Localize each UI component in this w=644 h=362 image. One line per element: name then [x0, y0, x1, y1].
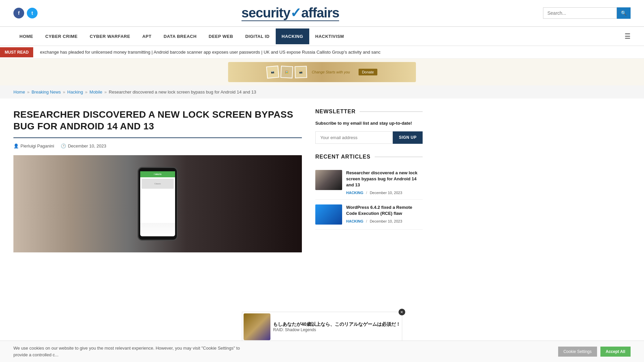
nav-more-icon[interactable]: ☰ [625, 27, 631, 46]
article-image: 7 MINUTE Classic [13, 155, 302, 252]
nav-digital-id[interactable]: DIGITAL ID [239, 28, 275, 44]
newsletter-description: Subscribe to my email list and stay up-t… [315, 120, 423, 127]
search-button[interactable]: 🔍 [617, 7, 631, 19]
logo-text: security✓affairs [241, 5, 339, 21]
nav-deep-web[interactable]: DEEP WEB [203, 28, 239, 44]
recent-thumb-2 [315, 204, 342, 225]
logo-checkmark: ✓ [290, 5, 301, 20]
recent-title-2[interactable]: WordPress 6.4.2 fixed a Remote Code Exec… [346, 204, 423, 217]
recent-content-2: WordPress 6.4.2 fixed a Remote Code Exec… [346, 204, 423, 225]
recent-articles-title-text: RECENT ARTICLES [315, 154, 371, 160]
breadcrumb: Home » Breaking News » Hacking » Mobile … [0, 85, 644, 99]
nav-hacktivism[interactable]: HACKTIVISM [309, 28, 350, 44]
nav-data-breach[interactable]: DATA BREACH [158, 28, 203, 44]
recent-tag-2[interactable]: HACKING [346, 219, 363, 223]
email-input[interactable] [315, 131, 393, 144]
signup-button[interactable]: SIGN UP [393, 131, 423, 144]
title-line [360, 111, 423, 112]
article-divider [13, 137, 302, 138]
recent-date-1: December 10, 2023 [370, 191, 402, 195]
nav-home[interactable]: HOME [13, 28, 39, 44]
article-meta: 👤 Pierluigi Paganini 🕑 December 10, 2023 [13, 143, 302, 148]
recent-article-item-2: WordPress 6.4.2 fixed a Remote Code Exec… [315, 200, 423, 230]
thumb-image-1 [315, 170, 342, 190]
twitter-link[interactable]: t [27, 8, 38, 18]
publish-date: December 10, 2023 [68, 143, 106, 148]
search-area: 🔍 [543, 7, 631, 19]
recent-sep-2: / [366, 219, 367, 223]
social-links: f t [13, 8, 38, 18]
main-nav: HOME CYBER CRIME CYBER WARFARE APT DATA … [0, 26, 644, 46]
recent-tag-1[interactable]: HACKING [346, 191, 363, 195]
newsletter-section: NEWSLETTER Subscribe to my email list an… [315, 109, 423, 144]
recent-date-2: December 10, 2023 [370, 219, 402, 223]
meta-date: 🕑 December 10, 2023 [61, 143, 106, 148]
thumb-image-2 [315, 204, 342, 225]
recent-article-item: Researcher discovered a new lock screen … [315, 165, 423, 200]
nav-cyber-warfare[interactable]: CYBER WARFARE [84, 28, 137, 44]
nav-cyber-crime[interactable]: CYBER CRIME [39, 28, 84, 44]
search-input[interactable] [543, 7, 617, 19]
recent-meta-2: HACKING / December 10, 2023 [346, 219, 423, 223]
breadcrumb-sep-4: » [104, 89, 107, 95]
site-header: f t security✓affairs 🔍 [0, 0, 644, 26]
site-logo[interactable]: security✓affairs [241, 5, 339, 21]
must-read-badge: MUST READ [0, 47, 33, 57]
ad-image: 📷 🖼️ 📸 Change Starts with you Donate [228, 62, 416, 82]
recent-thumb-1 [315, 170, 342, 190]
author-name: Pierluigi Paganini [20, 143, 54, 148]
breadcrumb-sep-2: » [63, 89, 65, 95]
breadcrumb-sep-1: » [27, 89, 30, 95]
hero-image: 7 MINUTE Classic [13, 155, 302, 252]
breadcrumb-current: Researcher discovered a new lock screen … [109, 89, 256, 95]
phone-screen: 7 MINUTE Classic [140, 171, 175, 236]
ad-banner: 📷 🖼️ 📸 Change Starts with you Donate [0, 59, 644, 85]
recent-title-1[interactable]: Researcher discovered a new lock screen … [346, 170, 423, 188]
recent-sep-1: / [366, 191, 367, 195]
phone-graphic: 7 MINUTE Classic [138, 167, 178, 241]
ticker-text: exchange has pleaded for unlicensed mone… [33, 50, 644, 55]
breadcrumb-home[interactable]: Home [13, 89, 25, 95]
sidebar: NEWSLETTER Subscribe to my email list an… [315, 109, 423, 252]
breadcrumb-mobile[interactable]: Mobile [90, 89, 102, 95]
breadcrumb-hacking[interactable]: Hacking [67, 89, 83, 95]
nav-apt[interactable]: APT [136, 28, 158, 44]
author-icon: 👤 [13, 143, 19, 148]
facebook-link[interactable]: f [13, 8, 24, 18]
ad-content[interactable]: 📷 🖼️ 📸 Change Starts with you Donate [228, 62, 416, 82]
meta-author: 👤 Pierluigi Paganini [13, 143, 54, 148]
logo-part1: security [241, 5, 290, 20]
logo-part2: affairs [301, 5, 339, 20]
newsletter-form: SIGN UP [315, 131, 423, 144]
news-ticker: MUST READ exchange has pleaded for unlic… [0, 46, 644, 59]
recent-articles-section: RECENT ARTICLES Researcher discovered a … [315, 154, 423, 230]
recent-meta-1: HACKING / December 10, 2023 [346, 191, 423, 195]
clock-icon: 🕑 [61, 143, 66, 148]
breadcrumb-sep-3: » [85, 89, 88, 95]
main-layout: RESEARCHER DISCOVERED A NEW LOCK SCREEN … [0, 99, 644, 262]
recent-content-1: Researcher discovered a new lock screen … [346, 170, 423, 195]
article-title: RESEARCHER DISCOVERED A NEW LOCK SCREEN … [13, 109, 302, 132]
title-line-2 [375, 157, 423, 157]
search-icon: 🔍 [621, 10, 627, 16]
article-area: RESEARCHER DISCOVERED A NEW LOCK SCREEN … [13, 109, 302, 252]
nav-hacking[interactable]: HACKING [276, 28, 309, 44]
recent-articles-title: RECENT ARTICLES [315, 154, 423, 160]
newsletter-title: NEWSLETTER [315, 109, 423, 115]
newsletter-title-text: NEWSLETTER [315, 109, 356, 115]
breadcrumb-breaking-news[interactable]: Breaking News [32, 89, 61, 95]
